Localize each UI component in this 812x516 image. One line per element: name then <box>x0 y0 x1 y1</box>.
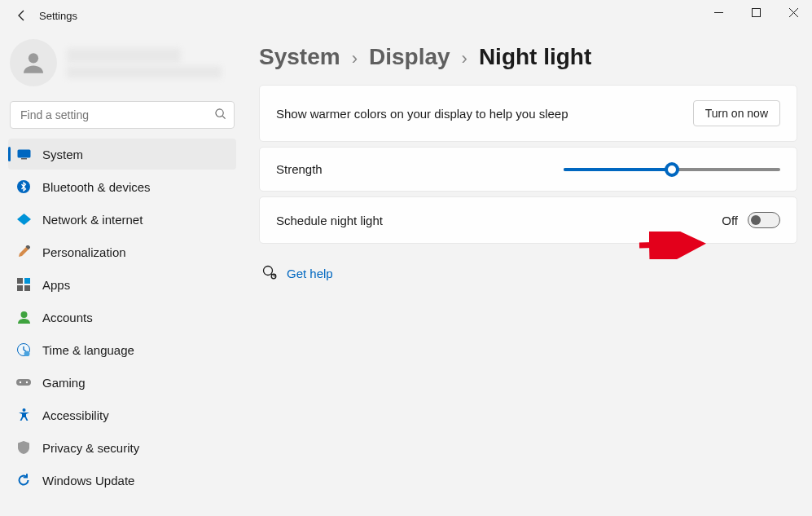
clock-icon <box>16 343 31 356</box>
nav-list: System Bluetooth & devices Network & int… <box>8 139 236 496</box>
bluetooth-icon <box>16 180 31 193</box>
account-name <box>67 48 181 63</box>
paintbrush-icon <box>16 245 31 258</box>
sidebar-item-accounts[interactable]: Accounts <box>8 302 236 333</box>
breadcrumb-system[interactable]: System <box>259 44 340 70</box>
arrow-left-icon <box>16 10 28 21</box>
svg-rect-7 <box>17 149 30 157</box>
svg-rect-8 <box>21 158 27 160</box>
help-row: Get help <box>259 249 797 298</box>
chevron-right-icon: › <box>462 48 467 69</box>
sidebar-item-privacy[interactable]: Privacy & security <box>8 432 236 463</box>
schedule-card: Schedule night light Off <box>259 196 797 244</box>
night-light-description-card: Show warmer colors on your display to he… <box>259 85 797 142</box>
schedule-label: Schedule night light <box>276 214 383 227</box>
svg-point-21 <box>22 408 25 412</box>
sidebar: System Bluetooth & devices Network & int… <box>0 31 244 516</box>
close-icon <box>789 8 798 17</box>
main-content: System › Display › Night light Show warm… <box>244 31 812 516</box>
svg-rect-13 <box>17 285 23 291</box>
sidebar-item-time[interactable]: Time & language <box>8 334 236 365</box>
sidebar-item-label: Network & internet <box>42 213 143 227</box>
svg-rect-11 <box>17 278 23 284</box>
apps-icon <box>16 278 31 291</box>
svg-point-22 <box>264 267 273 276</box>
sidebar-item-label: Time & language <box>42 343 134 357</box>
update-icon <box>16 474 31 487</box>
night-light-description: Show warmer colors on your display to he… <box>276 107 568 121</box>
sidebar-item-label: Privacy & security <box>42 441 139 455</box>
sidebar-item-network[interactable]: Network & internet <box>8 204 236 235</box>
sidebar-item-label: Windows Update <box>42 474 134 487</box>
accessibility-icon <box>16 408 31 421</box>
sidebar-item-label: Accounts <box>42 311 93 324</box>
svg-rect-1 <box>752 8 760 16</box>
svg-point-15 <box>20 311 27 318</box>
search-field[interactable] <box>10 101 235 129</box>
back-button[interactable] <box>15 8 29 23</box>
close-button[interactable] <box>775 0 812 24</box>
avatar <box>10 39 57 86</box>
strength-card: Strength <box>259 147 797 192</box>
search-input[interactable] <box>19 108 215 122</box>
svg-point-4 <box>29 53 38 63</box>
sidebar-item-label: Gaming <box>42 376 86 390</box>
minimize-icon <box>714 8 723 17</box>
display-icon <box>16 149 31 160</box>
svg-point-19 <box>20 381 21 383</box>
svg-point-20 <box>26 381 28 383</box>
sidebar-item-label: Accessibility <box>42 408 109 422</box>
chevron-right-icon: › <box>352 48 358 69</box>
sidebar-item-accessibility[interactable]: Accessibility <box>8 399 236 430</box>
schedule-toggle[interactable] <box>748 212 780 228</box>
sidebar-item-update[interactable]: Windows Update <box>8 465 236 496</box>
breadcrumb-display[interactable]: Display <box>369 44 450 70</box>
maximize-icon <box>752 8 761 17</box>
sidebar-item-label: Apps <box>42 278 70 292</box>
shield-icon <box>16 441 31 454</box>
svg-rect-14 <box>24 285 30 291</box>
sidebar-item-bluetooth[interactable]: Bluetooth & devices <box>8 171 236 202</box>
strength-slider[interactable] <box>564 168 780 171</box>
person-icon <box>20 49 47 77</box>
sidebar-item-apps[interactable]: Apps <box>8 269 236 300</box>
search-icon <box>215 108 226 121</box>
app-title: Settings <box>39 10 77 22</box>
accounts-icon <box>16 311 31 324</box>
account-block[interactable] <box>8 39 236 96</box>
sidebar-item-label: System <box>42 148 83 161</box>
schedule-state-text: Off <box>722 214 738 227</box>
breadcrumb: System › Display › Night light <box>259 44 797 70</box>
window-controls <box>700 0 812 24</box>
minimize-button[interactable] <box>700 0 737 24</box>
turn-on-now-button[interactable]: Turn on now <box>693 100 780 126</box>
sidebar-item-system[interactable]: System <box>8 139 236 170</box>
svg-rect-12 <box>24 278 30 284</box>
toggle-knob <box>751 215 761 225</box>
svg-rect-18 <box>16 379 31 386</box>
slider-thumb[interactable] <box>665 162 679 177</box>
maximize-button[interactable] <box>737 0 775 24</box>
svg-line-6 <box>222 116 225 118</box>
help-icon <box>262 265 277 282</box>
gaming-icon <box>16 377 31 387</box>
svg-point-5 <box>216 109 223 117</box>
account-email <box>67 66 222 78</box>
sidebar-item-gaming[interactable]: Gaming <box>8 367 236 398</box>
get-help-link[interactable]: Get help <box>287 267 333 280</box>
titlebar: Settings <box>0 0 812 31</box>
strength-label: Strength <box>276 162 323 176</box>
wifi-icon <box>16 214 31 225</box>
sidebar-item-label: Personalization <box>42 245 126 259</box>
sidebar-item-label: Bluetooth & devices <box>42 180 151 194</box>
sidebar-item-personalization[interactable]: Personalization <box>8 236 236 267</box>
breadcrumb-current: Night light <box>479 44 591 70</box>
